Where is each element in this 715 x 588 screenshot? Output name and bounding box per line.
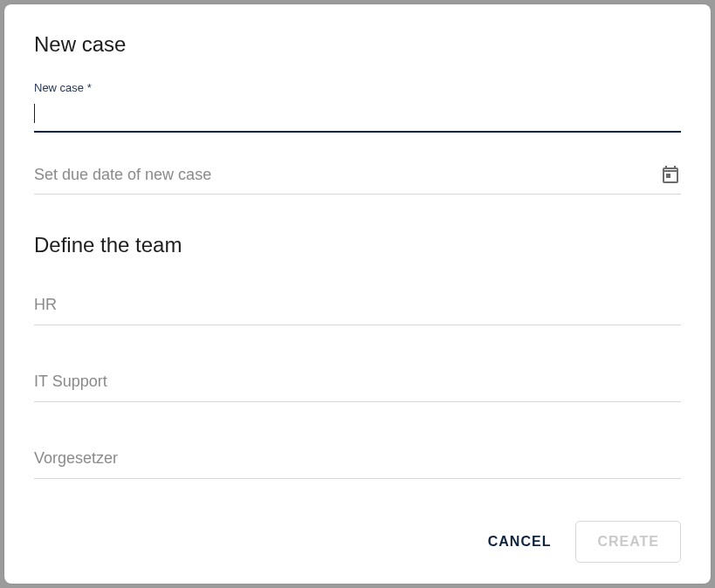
case-name-input-line[interactable] — [34, 96, 681, 133]
due-date-placeholder: Set due date of new case — [34, 166, 660, 184]
new-case-dialog: New case New case * Set due date of new … — [4, 4, 711, 584]
svg-rect-0 — [666, 174, 670, 178]
dialog-actions: CANCEL CREATE — [34, 521, 681, 563]
case-name-label: New case * — [34, 81, 681, 94]
calendar-icon[interactable] — [660, 164, 681, 185]
cancel-button[interactable]: CANCEL — [481, 523, 559, 560]
team-section-title: Define the team — [34, 233, 681, 257]
case-name-field[interactable]: New case * — [34, 81, 681, 133]
team-field-placeholder: HR — [34, 296, 57, 314]
dialog-title: New case — [34, 32, 681, 57]
team-field-vorgesetzer[interactable]: Vorgesetzer — [34, 453, 681, 479]
due-date-field[interactable]: Set due date of new case — [34, 164, 681, 195]
team-field-hr[interactable]: HR — [34, 299, 681, 325]
team-field-it-support[interactable]: IT Support — [34, 376, 681, 402]
team-field-placeholder: Vorgesetzer — [34, 449, 118, 468]
team-field-placeholder: IT Support — [34, 373, 107, 391]
text-caret — [34, 104, 35, 123]
create-button[interactable]: CREATE — [575, 521, 681, 563]
